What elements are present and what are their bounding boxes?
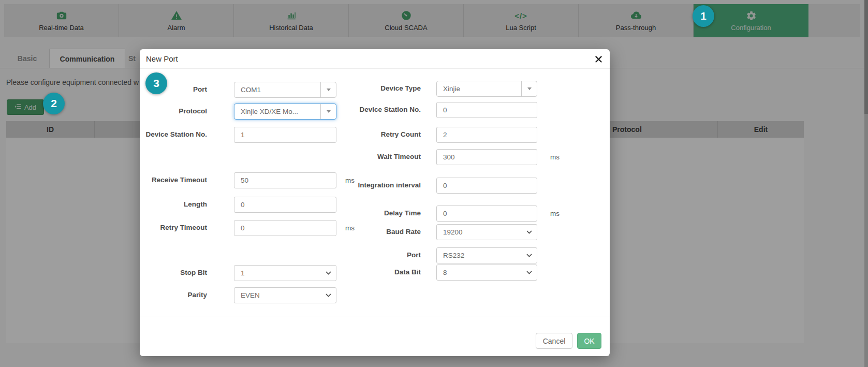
receive-timeout-label: Receive Timeout [140,176,207,184]
baud-rate-select[interactable]: 19200 [436,224,537,240]
delay-time-label: Delay Time [336,209,421,217]
ms-unit: ms [550,210,560,217]
chevron-down-icon [326,271,331,275]
port-combobox[interactable]: COM1 [234,82,336,98]
port-type-select[interactable]: RS232 [436,247,537,263]
stop-bit-select[interactable]: 1 [234,265,336,281]
length-label: Length [140,200,207,209]
device-station-no-left-label: Device Station No. [140,130,207,139]
chevron-down-icon [526,230,532,234]
device-station-no-left-input[interactable]: 1 [234,127,336,143]
retry-count-input[interactable]: 2 [436,127,537,143]
delay-time-input[interactable]: 0 [436,205,537,222]
retry-timeout-input[interactable]: 0 [234,220,336,236]
wait-timeout-label: Wait Timeout [336,153,421,161]
length-input[interactable]: 0 [234,197,336,213]
device-type-combobox[interactable]: Xinjie [436,81,537,97]
integration-interval-label: Integration interval [336,181,421,189]
retry-count-label: Retry Count [336,130,421,139]
ms-unit: ms [550,153,560,161]
chevron-down-icon [526,271,532,274]
dropdown-caret-icon [320,82,336,97]
new-port-dialog: New Port Port COM1 Protocol Xinjie XD/XE… [140,49,610,356]
data-bit-select[interactable]: 8 [436,265,537,281]
chevron-down-icon [526,254,532,257]
dialog-header: New Port [140,49,610,69]
port-type-label: Port [336,251,421,259]
close-icon[interactable] [594,54,603,64]
stop-bit-label: Stop Bit [140,269,207,277]
cancel-button[interactable]: Cancel [536,333,572,349]
dialog-title: New Port [146,54,178,63]
chevron-down-icon [326,293,331,297]
receive-timeout-input[interactable]: 50 [234,172,336,188]
step-badge-3: 3 [145,72,167,94]
footer-divider [140,316,610,316]
device-station-no-right-input[interactable]: 0 [436,102,537,118]
dropdown-caret-icon [320,104,336,119]
integration-interval-input[interactable]: 0 [436,178,537,194]
protocol-combobox[interactable]: Xinjie XD/XE Mo... [234,104,336,120]
data-bit-label: Data Bit [336,268,421,276]
baud-rate-label: Baud Rate [336,228,421,236]
wait-timeout-input[interactable]: 300 [436,149,537,165]
protocol-label: Protocol [140,107,207,115]
ok-button[interactable]: OK [577,333,601,349]
device-type-label: Device Type [336,84,421,93]
parity-select[interactable]: EVEN [234,287,336,303]
parity-label: Parity [140,291,207,299]
dropdown-caret-icon [521,81,537,96]
step-badge-1: 1 [693,5,714,27]
device-station-no-right-label: Device Station No. [336,106,421,114]
retry-timeout-label: Retry Timeout [140,224,207,232]
step-badge-2: 2 [43,93,65,114]
